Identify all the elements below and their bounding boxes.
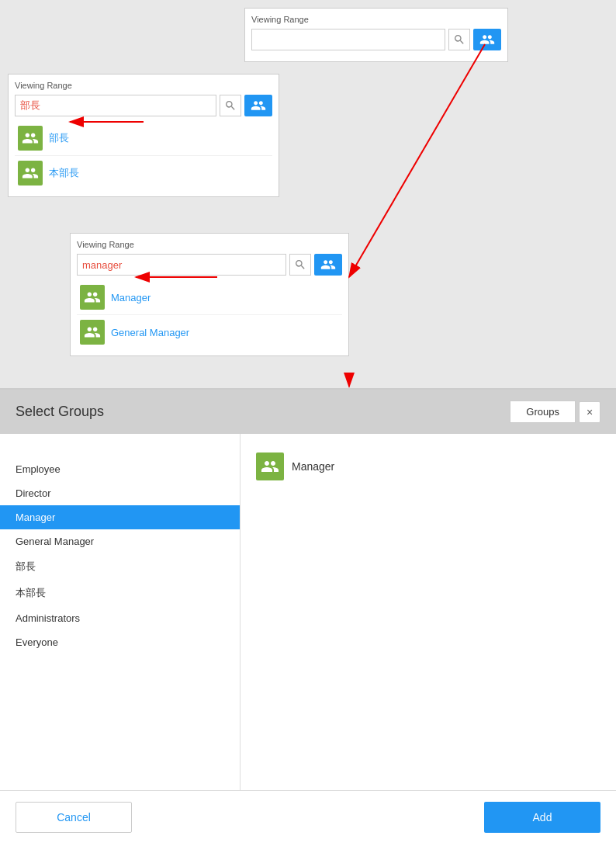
result-name-buchou: 部長 (49, 131, 69, 145)
result-icon-general-manager (80, 320, 105, 345)
panel-middle-search-row (77, 254, 342, 276)
group-list-item-director[interactable]: Director (0, 481, 240, 505)
group-list-item-general-manager[interactable]: General Manager (0, 529, 240, 553)
panel-top-right-group-btn[interactable] (473, 29, 501, 50)
modal-close-btn[interactable]: × (579, 401, 600, 423)
modal-tabs: Groups × (510, 400, 600, 423)
modal-title: Select Groups (16, 404, 104, 420)
panel-middle-label: Viewing Range (77, 240, 342, 249)
group-list-item-manager[interactable]: Manager (0, 505, 240, 529)
selected-group-name: Manager (292, 460, 334, 473)
modal-footer: Cancel Add (0, 791, 616, 844)
result-item-buchou[interactable]: 部長 (15, 121, 272, 156)
panel-top-left-label: Viewing Range (15, 81, 272, 90)
result-name-honbuchou: 本部長 (49, 166, 79, 180)
panel-top-left: Viewing Range 部長 本部長 (8, 74, 279, 197)
panel-middle-search-input[interactable] (77, 254, 286, 276)
panel-middle-search-btn[interactable] (289, 254, 311, 276)
modal-right: Manager (241, 434, 616, 790)
panel-top-left-search-btn[interactable] (220, 95, 241, 116)
result-icon-honbuchou (18, 161, 43, 186)
panel-middle: Viewing Range Manager General Manager (70, 233, 349, 356)
group-list-item-employee[interactable]: Employee (0, 457, 240, 481)
group-list-item-administrators[interactable]: Administrators (0, 606, 240, 630)
top-area: Viewing Range Viewing Range (0, 0, 616, 388)
modal-group-list: Employee Director Manager General Manage… (0, 434, 241, 790)
result-item-honbuchou[interactable]: 本部長 (15, 156, 272, 190)
result-name-general-manager: General Manager (111, 327, 189, 338)
panel-top-right-search-input[interactable] (251, 29, 445, 50)
svg-line-2 (349, 44, 485, 277)
result-item-general-manager[interactable]: General Manager (77, 315, 342, 349)
result-item-manager[interactable]: Manager (77, 280, 342, 315)
result-name-manager: Manager (111, 292, 151, 303)
group-list-item-everyone[interactable]: Everyone (0, 630, 240, 654)
result-icon-buchou (18, 126, 43, 151)
modal-tab-groups[interactable]: Groups (510, 400, 576, 423)
selected-group-item: Manager (256, 446, 600, 487)
panel-middle-group-btn[interactable] (314, 254, 342, 276)
panel-top-right-search-btn[interactable] (448, 29, 470, 50)
group-list-item-honbuchou[interactable]: 本部長 (0, 580, 240, 606)
modal-content: Employee Director Manager General Manage… (0, 434, 616, 791)
panel-top-right-label: Viewing Range (251, 15, 501, 24)
cancel-button[interactable]: Cancel (16, 802, 132, 833)
panel-top-left-group-btn[interactable] (244, 95, 272, 116)
panel-top-right-search-row (251, 29, 501, 50)
modal-header: Select Groups Groups × (0, 390, 616, 434)
result-icon-manager (80, 285, 105, 310)
panel-top-left-search-row (15, 95, 272, 116)
group-list-item-buchou[interactable]: 部長 (0, 553, 240, 580)
selected-group-icon (256, 453, 284, 480)
add-button[interactable]: Add (484, 802, 600, 833)
modal-area: Select Groups Groups × Employee Director… (0, 388, 616, 853)
panel-top-left-search-input[interactable] (15, 95, 216, 116)
panel-top-right: Viewing Range (244, 8, 508, 62)
